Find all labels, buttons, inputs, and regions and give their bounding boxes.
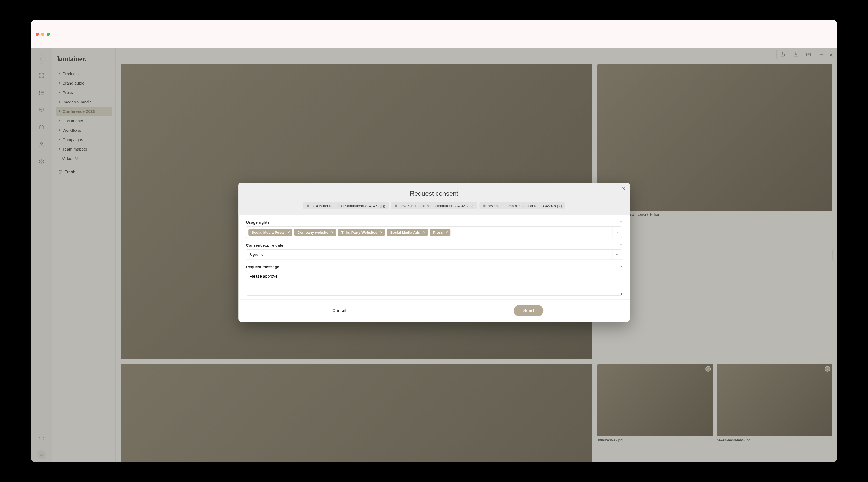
expire-select[interactable]: 3 years: [246, 249, 622, 260]
field-label: Usage rights: [246, 220, 270, 225]
request-consent-modal: Request consent pexels-henri-mathieusain…: [238, 183, 630, 322]
file-icon: [395, 204, 398, 208]
dropdown-toggle[interactable]: [612, 250, 622, 260]
required-marker: *: [620, 220, 622, 225]
modal-title: Request consent: [245, 190, 623, 197]
tag-remove-icon[interactable]: ✕: [287, 230, 290, 234]
tag-remove-icon[interactable]: ✕: [423, 230, 426, 234]
select-value: 3 years: [246, 250, 612, 260]
tag[interactable]: Social Media Posts✕: [248, 229, 292, 236]
file-chip-label: pexels-henri-mathieusaintlaurent-8348462…: [311, 204, 385, 208]
field-label: Request message: [246, 265, 279, 269]
file-chip[interactable]: pexels-henri-mathieusaintlaurent-8345978…: [479, 202, 565, 209]
file-icon: [306, 204, 309, 208]
tag-label: Social Media Posts: [252, 230, 284, 234]
file-icon: [483, 204, 486, 208]
usage-rights-input[interactable]: Social Media Posts✕ Company website✕ Thi…: [246, 226, 622, 238]
tag[interactable]: Company website✕: [294, 229, 336, 236]
file-chip[interactable]: pexels-henri-mathieusaintlaurent-8348462…: [303, 202, 389, 209]
tag-remove-icon[interactable]: ✕: [331, 230, 334, 234]
file-chip[interactable]: pexels-henri-mathieusaintlaurent-8348463…: [391, 202, 477, 209]
file-chip-label: pexels-henri-mathieusaintlaurent-8345978…: [488, 204, 562, 208]
dropdown-toggle[interactable]: [612, 227, 622, 238]
tag-label: Company website: [298, 230, 329, 234]
request-message-textarea[interactable]: Please approve: [246, 271, 622, 296]
tag-remove-icon[interactable]: ✕: [380, 230, 383, 234]
tag-remove-icon[interactable]: ✕: [445, 230, 448, 234]
tag-list: Social Media Posts✕ Company website✕ Thi…: [246, 227, 612, 238]
cancel-button[interactable]: Cancel: [325, 305, 354, 316]
modal-body: Usage rights* Social Media Posts✕ Compan…: [238, 215, 630, 300]
modal-close-button[interactable]: [622, 187, 626, 192]
app-content: kontainer. Products Brand guide Press Im…: [31, 49, 837, 462]
send-button[interactable]: Send: [514, 305, 543, 316]
tag-label: Press: [433, 230, 443, 234]
window-zoom-dot[interactable]: [46, 33, 50, 36]
field-label: Consent expire date: [246, 243, 283, 248]
app-window: kontainer. Products Brand guide Press Im…: [31, 20, 837, 462]
tag[interactable]: Press✕: [430, 229, 451, 236]
consent-expire-field: Consent expire date* 3 years: [246, 243, 622, 260]
chevron-down-icon: [615, 231, 619, 234]
request-message-field: Request message* Please approve: [246, 265, 622, 296]
window-minimize-dot[interactable]: [41, 33, 44, 36]
window-close-dot[interactable]: [36, 33, 39, 36]
tag[interactable]: Third Party Websites✕: [338, 229, 385, 236]
tag-label: Third Party Websites: [341, 230, 377, 234]
tag[interactable]: Social Media Ads✕: [387, 229, 428, 236]
chevron-down-icon: [615, 253, 619, 256]
tag-label: Social Media Ads: [390, 230, 420, 234]
required-marker: *: [620, 243, 622, 248]
modal-footer: Cancel Send: [238, 300, 630, 322]
file-chip-row: pexels-henri-mathieusaintlaurent-8348462…: [245, 202, 623, 209]
file-chip-label: pexels-henri-mathieusaintlaurent-8348463…: [400, 204, 473, 208]
window-titlebar: [31, 20, 837, 49]
usage-rights-field: Usage rights* Social Media Posts✕ Compan…: [246, 220, 622, 238]
modal-header: Request consent pexels-henri-mathieusain…: [238, 183, 630, 215]
required-marker: *: [620, 265, 622, 269]
